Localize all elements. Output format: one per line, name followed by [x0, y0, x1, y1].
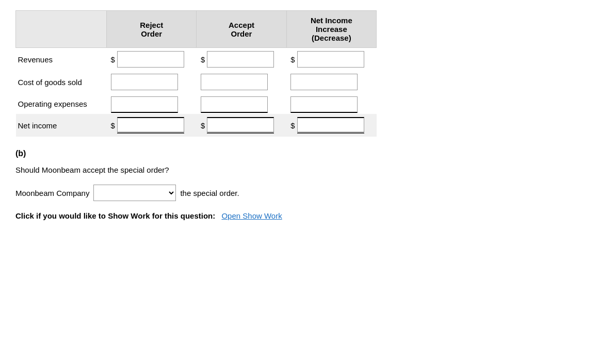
dollar-sign: $: [201, 55, 205, 64]
dollar-sign: $: [111, 55, 115, 64]
net-income-netincome-cell: $: [286, 114, 376, 137]
revenues-netincome-input[interactable]: [297, 51, 364, 68]
header-accept: Accept Order: [197, 11, 286, 48]
revenues-accept-input[interactable]: [207, 51, 274, 68]
header-blank: [16, 11, 107, 48]
revenues-netincome-cell: $: [286, 48, 376, 71]
header-net-income: Net Income Increase (Decrease): [286, 11, 376, 48]
click-text: Click if you would like to Show Work for…: [15, 211, 215, 220]
net-income-accept-input[interactable]: [207, 117, 274, 134]
moonbeam-row: Moonbeam Company should accept should re…: [15, 185, 600, 201]
click-row: Click if you would like to Show Work for…: [15, 211, 600, 220]
revenues-reject-cell: $: [107, 48, 197, 71]
table-row: Operating expenses: [16, 93, 377, 114]
section-b: (b) Should Moonbeam accept the special o…: [15, 149, 600, 220]
income-table: Reject Order Accept Order Net Income Inc…: [15, 10, 377, 137]
section-b-label: (b): [15, 149, 600, 158]
revenues-accept-cell: $: [197, 48, 286, 71]
net-income-accept-cell: $: [197, 114, 286, 137]
cogs-reject-cell: [107, 71, 197, 93]
operating-reject-input[interactable]: [111, 96, 178, 113]
table-row: Net income $ $ $: [16, 114, 377, 137]
operating-accept-cell: [197, 93, 286, 114]
cogs-netincome-input[interactable]: [290, 74, 358, 90]
moonbeam-prefix: Moonbeam Company: [15, 189, 89, 197]
dollar-sign: $: [201, 121, 205, 130]
cogs-netincome-cell: [286, 71, 376, 93]
operating-label: Operating expenses: [16, 93, 107, 114]
table-row: Revenues $ $ $: [16, 48, 377, 71]
dollar-sign: $: [290, 55, 295, 64]
moonbeam-suffix: the special order.: [180, 189, 239, 197]
revenues-label: Revenues: [16, 48, 107, 71]
table-row: Cost of goods sold: [16, 71, 377, 93]
dollar-sign: $: [290, 121, 295, 130]
net-income-label: Net income: [16, 114, 107, 137]
operating-reject-cell: [107, 93, 197, 114]
operating-netincome-cell: [286, 93, 376, 114]
cogs-reject-input[interactable]: [111, 74, 178, 90]
cogs-label: Cost of goods sold: [16, 71, 107, 93]
net-income-reject-input[interactable]: [117, 117, 184, 134]
cogs-accept-cell: [197, 71, 286, 93]
operating-accept-input[interactable]: [201, 96, 268, 113]
open-show-work-link[interactable]: Open Show Work: [221, 211, 282, 220]
dollar-sign: $: [111, 121, 115, 130]
moonbeam-dropdown[interactable]: should accept should reject: [93, 185, 176, 201]
net-income-netincome-input[interactable]: [297, 117, 364, 134]
net-income-reject-cell: $: [107, 114, 197, 137]
operating-netincome-input[interactable]: [290, 96, 358, 113]
revenues-reject-input[interactable]: [117, 51, 184, 68]
cogs-accept-input[interactable]: [201, 74, 268, 90]
header-reject: Reject Order: [107, 11, 197, 48]
question-text: Should Moonbeam accept the special order…: [15, 166, 600, 174]
